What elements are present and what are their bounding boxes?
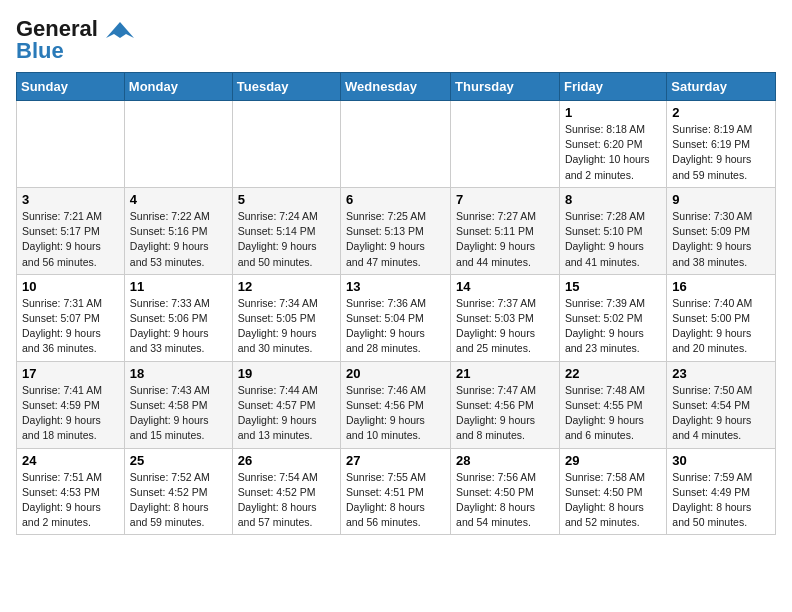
day-number: 24 (22, 453, 119, 468)
day-number: 14 (456, 279, 554, 294)
calendar-cell: 18Sunrise: 7:43 AM Sunset: 4:58 PM Dayli… (124, 361, 232, 448)
day-info: Sunrise: 7:25 AM Sunset: 5:13 PM Dayligh… (346, 209, 445, 270)
weekday-header-tuesday: Tuesday (232, 73, 340, 101)
calendar-cell: 25Sunrise: 7:52 AM Sunset: 4:52 PM Dayli… (124, 448, 232, 535)
day-info: Sunrise: 7:55 AM Sunset: 4:51 PM Dayligh… (346, 470, 445, 531)
day-info: Sunrise: 7:51 AM Sunset: 4:53 PM Dayligh… (22, 470, 119, 531)
calendar-cell: 29Sunrise: 7:58 AM Sunset: 4:50 PM Dayli… (559, 448, 666, 535)
day-number: 7 (456, 192, 554, 207)
weekday-header-monday: Monday (124, 73, 232, 101)
calendar-cell: 14Sunrise: 7:37 AM Sunset: 5:03 PM Dayli… (451, 274, 560, 361)
calendar-week-3: 10Sunrise: 7:31 AM Sunset: 5:07 PM Dayli… (17, 274, 776, 361)
weekday-header-wednesday: Wednesday (341, 73, 451, 101)
day-number: 19 (238, 366, 335, 381)
day-info: Sunrise: 7:31 AM Sunset: 5:07 PM Dayligh… (22, 296, 119, 357)
calendar-cell: 5Sunrise: 7:24 AM Sunset: 5:14 PM Daylig… (232, 187, 340, 274)
day-number: 2 (672, 105, 770, 120)
logo-bird-icon (106, 20, 134, 40)
day-info: Sunrise: 7:27 AM Sunset: 5:11 PM Dayligh… (456, 209, 554, 270)
day-number: 20 (346, 366, 445, 381)
calendar-header-row: SundayMondayTuesdayWednesdayThursdayFrid… (17, 73, 776, 101)
calendar-week-2: 3Sunrise: 7:21 AM Sunset: 5:17 PM Daylig… (17, 187, 776, 274)
day-info: Sunrise: 7:22 AM Sunset: 5:16 PM Dayligh… (130, 209, 227, 270)
day-number: 29 (565, 453, 661, 468)
weekday-header-thursday: Thursday (451, 73, 560, 101)
day-number: 25 (130, 453, 227, 468)
calendar: SundayMondayTuesdayWednesdayThursdayFrid… (16, 72, 776, 535)
calendar-cell: 22Sunrise: 7:48 AM Sunset: 4:55 PM Dayli… (559, 361, 666, 448)
weekday-header-saturday: Saturday (667, 73, 776, 101)
day-number: 18 (130, 366, 227, 381)
day-number: 8 (565, 192, 661, 207)
calendar-cell: 6Sunrise: 7:25 AM Sunset: 5:13 PM Daylig… (341, 187, 451, 274)
day-info: Sunrise: 7:40 AM Sunset: 5:00 PM Dayligh… (672, 296, 770, 357)
calendar-cell: 30Sunrise: 7:59 AM Sunset: 4:49 PM Dayli… (667, 448, 776, 535)
calendar-cell: 24Sunrise: 7:51 AM Sunset: 4:53 PM Dayli… (17, 448, 125, 535)
day-info: Sunrise: 7:43 AM Sunset: 4:58 PM Dayligh… (130, 383, 227, 444)
header: General Blue (16, 16, 776, 64)
calendar-cell: 3Sunrise: 7:21 AM Sunset: 5:17 PM Daylig… (17, 187, 125, 274)
calendar-cell: 10Sunrise: 7:31 AM Sunset: 5:07 PM Dayli… (17, 274, 125, 361)
day-number: 4 (130, 192, 227, 207)
day-info: Sunrise: 7:56 AM Sunset: 4:50 PM Dayligh… (456, 470, 554, 531)
calendar-cell: 13Sunrise: 7:36 AM Sunset: 5:04 PM Dayli… (341, 274, 451, 361)
calendar-cell: 28Sunrise: 7:56 AM Sunset: 4:50 PM Dayli… (451, 448, 560, 535)
day-number: 5 (238, 192, 335, 207)
day-info: Sunrise: 7:24 AM Sunset: 5:14 PM Dayligh… (238, 209, 335, 270)
calendar-cell: 19Sunrise: 7:44 AM Sunset: 4:57 PM Dayli… (232, 361, 340, 448)
day-number: 15 (565, 279, 661, 294)
day-info: Sunrise: 7:50 AM Sunset: 4:54 PM Dayligh… (672, 383, 770, 444)
weekday-header-friday: Friday (559, 73, 666, 101)
calendar-cell (341, 101, 451, 188)
calendar-cell: 1Sunrise: 8:18 AM Sunset: 6:20 PM Daylig… (559, 101, 666, 188)
day-number: 10 (22, 279, 119, 294)
calendar-cell (17, 101, 125, 188)
day-info: Sunrise: 7:58 AM Sunset: 4:50 PM Dayligh… (565, 470, 661, 531)
calendar-cell: 9Sunrise: 7:30 AM Sunset: 5:09 PM Daylig… (667, 187, 776, 274)
calendar-cell: 17Sunrise: 7:41 AM Sunset: 4:59 PM Dayli… (17, 361, 125, 448)
day-info: Sunrise: 8:18 AM Sunset: 6:20 PM Dayligh… (565, 122, 661, 183)
svg-marker-0 (106, 22, 134, 38)
weekday-header-sunday: Sunday (17, 73, 125, 101)
calendar-week-4: 17Sunrise: 7:41 AM Sunset: 4:59 PM Dayli… (17, 361, 776, 448)
day-number: 1 (565, 105, 661, 120)
calendar-week-5: 24Sunrise: 7:51 AM Sunset: 4:53 PM Dayli… (17, 448, 776, 535)
day-info: Sunrise: 8:19 AM Sunset: 6:19 PM Dayligh… (672, 122, 770, 183)
day-info: Sunrise: 7:44 AM Sunset: 4:57 PM Dayligh… (238, 383, 335, 444)
calendar-cell: 16Sunrise: 7:40 AM Sunset: 5:00 PM Dayli… (667, 274, 776, 361)
day-info: Sunrise: 7:41 AM Sunset: 4:59 PM Dayligh… (22, 383, 119, 444)
calendar-cell: 20Sunrise: 7:46 AM Sunset: 4:56 PM Dayli… (341, 361, 451, 448)
day-info: Sunrise: 7:21 AM Sunset: 5:17 PM Dayligh… (22, 209, 119, 270)
calendar-cell: 27Sunrise: 7:55 AM Sunset: 4:51 PM Dayli… (341, 448, 451, 535)
day-number: 6 (346, 192, 445, 207)
logo-blue-text: Blue (16, 38, 64, 64)
calendar-cell: 15Sunrise: 7:39 AM Sunset: 5:02 PM Dayli… (559, 274, 666, 361)
logo: General Blue (16, 16, 134, 64)
day-info: Sunrise: 7:48 AM Sunset: 4:55 PM Dayligh… (565, 383, 661, 444)
day-number: 3 (22, 192, 119, 207)
day-number: 17 (22, 366, 119, 381)
calendar-week-1: 1Sunrise: 8:18 AM Sunset: 6:20 PM Daylig… (17, 101, 776, 188)
calendar-cell (232, 101, 340, 188)
day-number: 9 (672, 192, 770, 207)
day-number: 12 (238, 279, 335, 294)
day-info: Sunrise: 7:33 AM Sunset: 5:06 PM Dayligh… (130, 296, 227, 357)
day-info: Sunrise: 7:36 AM Sunset: 5:04 PM Dayligh… (346, 296, 445, 357)
day-info: Sunrise: 7:47 AM Sunset: 4:56 PM Dayligh… (456, 383, 554, 444)
day-number: 28 (456, 453, 554, 468)
calendar-cell: 26Sunrise: 7:54 AM Sunset: 4:52 PM Dayli… (232, 448, 340, 535)
day-number: 13 (346, 279, 445, 294)
calendar-cell: 7Sunrise: 7:27 AM Sunset: 5:11 PM Daylig… (451, 187, 560, 274)
calendar-cell: 2Sunrise: 8:19 AM Sunset: 6:19 PM Daylig… (667, 101, 776, 188)
day-info: Sunrise: 7:59 AM Sunset: 4:49 PM Dayligh… (672, 470, 770, 531)
calendar-cell: 21Sunrise: 7:47 AM Sunset: 4:56 PM Dayli… (451, 361, 560, 448)
day-number: 21 (456, 366, 554, 381)
day-number: 22 (565, 366, 661, 381)
day-number: 16 (672, 279, 770, 294)
day-number: 27 (346, 453, 445, 468)
calendar-cell: 4Sunrise: 7:22 AM Sunset: 5:16 PM Daylig… (124, 187, 232, 274)
calendar-cell: 23Sunrise: 7:50 AM Sunset: 4:54 PM Dayli… (667, 361, 776, 448)
day-number: 11 (130, 279, 227, 294)
day-info: Sunrise: 7:28 AM Sunset: 5:10 PM Dayligh… (565, 209, 661, 270)
calendar-cell (451, 101, 560, 188)
